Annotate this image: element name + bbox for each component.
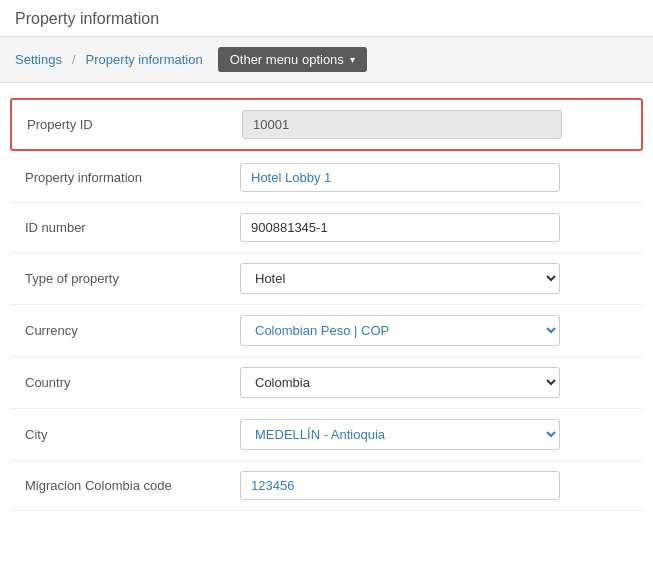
select-city[interactable]: MEDELLÍN - Antioquia BOGOTÁ - Cundinamar… xyxy=(240,419,560,450)
label-type-of-property: Type of property xyxy=(20,271,240,286)
form-row-property-information: Property information xyxy=(10,153,643,203)
label-city: City xyxy=(20,427,240,442)
breadcrumb: Settings / Property information Other me… xyxy=(0,37,653,83)
select-type-of-property[interactable]: Hotel Hostel Apartment Resort xyxy=(240,263,560,294)
form-row-migracion-code: Migracion Colombia code xyxy=(10,461,643,511)
breadcrumb-current: Property information xyxy=(86,52,203,67)
input-property-id[interactable] xyxy=(242,110,562,139)
other-menu-label: Other menu options xyxy=(230,52,344,67)
form-row-property-id: Property ID xyxy=(10,98,643,151)
form-row-id-number: ID number xyxy=(10,203,643,253)
label-property-information: Property information xyxy=(20,170,240,185)
form-row-city: City MEDELLÍN - Antioquia BOGOTÁ - Cundi… xyxy=(10,409,643,461)
select-country[interactable]: Colombia USA Mexico Brazil xyxy=(240,367,560,398)
form-container: Property ID Property information ID numb… xyxy=(0,83,653,526)
label-country: Country xyxy=(20,375,240,390)
label-currency: Currency xyxy=(20,323,240,338)
select-currency[interactable]: Colombian Peso | COP US Dollar | USD Eur… xyxy=(240,315,560,346)
input-id-number[interactable] xyxy=(240,213,560,242)
input-property-information[interactable] xyxy=(240,163,560,192)
form-row-type-of-property: Type of property Hotel Hostel Apartment … xyxy=(10,253,643,305)
chevron-down-icon: ▾ xyxy=(350,54,355,65)
other-menu-button[interactable]: Other menu options ▾ xyxy=(218,47,367,72)
input-migracion-code[interactable] xyxy=(240,471,560,500)
label-migracion-code: Migracion Colombia code xyxy=(20,478,240,493)
form-row-currency: Currency Colombian Peso | COP US Dollar … xyxy=(10,305,643,357)
page-title: Property information xyxy=(0,0,653,37)
label-property-id: Property ID xyxy=(22,117,242,132)
breadcrumb-settings[interactable]: Settings xyxy=(15,52,62,67)
form-row-country: Country Colombia USA Mexico Brazil xyxy=(10,357,643,409)
breadcrumb-separator: / xyxy=(72,52,76,67)
label-id-number: ID number xyxy=(20,220,240,235)
